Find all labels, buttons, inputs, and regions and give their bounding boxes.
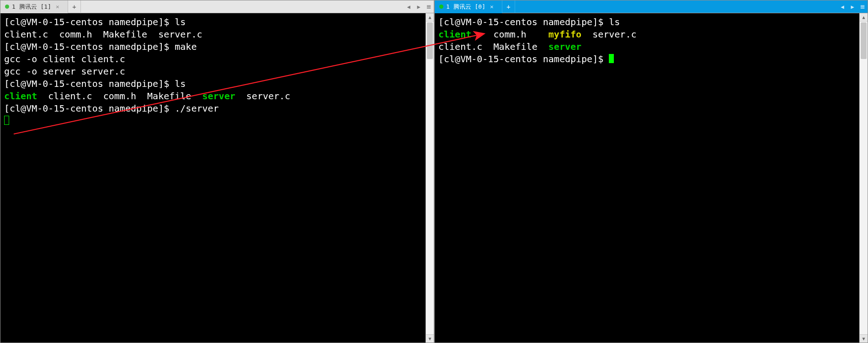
terminal-line: client.c comm.h Makefile server.c [4, 28, 422, 41]
terminal-line: [cl@VM-0-15-centos namedpipe]$ ls [438, 16, 856, 28]
terminal-text: client.c comm.h Makefile [37, 91, 202, 102]
terminal-text: gcc -o server server.c [4, 66, 125, 77]
terminal-pane-right: 1 腾讯云 [0] × + ◀ ▶ ≡ [cl@VM-0-15-centos n… [434, 0, 868, 343]
terminal-line: client.c Makefile server [438, 41, 856, 53]
tab-title: 1 腾讯云 [1] [12, 3, 51, 11]
terminal-text: server [548, 41, 581, 52]
terminal-text: client [438, 29, 471, 40]
add-tab-button[interactable]: + [68, 0, 81, 13]
terminal-pane-left: 1 腾讯云 [1] × + ◀ ▶ ≡ [cl@VM-0-15-centos n… [0, 0, 434, 343]
terminal-line: client comm.h myfifo server.c [438, 28, 856, 41]
terminal-text: server.c [235, 91, 290, 102]
terminal-text: [cl@VM-0-15-centos namedpipe]$ make [4, 41, 197, 52]
close-icon[interactable]: × [488, 3, 495, 10]
scroll-track[interactable] [860, 21, 868, 334]
cursor-block [609, 54, 614, 63]
tab-right[interactable]: 1 腾讯云 [0] × [435, 0, 502, 13]
terminal-line: [cl@VM-0-15-centos namedpipe]$ ls [4, 16, 422, 28]
terminal-line: [cl@VM-0-15-centos namedpipe]$ ls [4, 78, 422, 90]
scroll-thumb[interactable] [861, 22, 867, 59]
terminal-text: myfifo [548, 29, 581, 40]
terminal-line: [cl@VM-0-15-centos namedpipe]$ ./server [4, 102, 422, 115]
tabnav-right-icon[interactable]: ▶ [847, 0, 857, 13]
tabnav-left-icon[interactable]: ◀ [837, 0, 847, 13]
add-tab-button[interactable]: + [502, 0, 515, 13]
connection-dot-icon [439, 5, 443, 9]
scroll-down-icon[interactable]: ▼ [860, 334, 868, 343]
terminal-text: comm.h [471, 29, 548, 40]
scroll-track[interactable] [426, 21, 434, 334]
terminal-text: client.c Makefile [438, 41, 548, 52]
tabnav-left-icon[interactable]: ◀ [404, 0, 414, 13]
terminal-text: server [202, 91, 235, 102]
terminal-line: [cl@VM-0-15-centos namedpipe]$ [438, 53, 856, 65]
terminal-text: client.c comm.h Makefile server.c [4, 29, 202, 40]
close-icon[interactable]: × [54, 3, 61, 10]
terminal-text: [cl@VM-0-15-centos namedpipe]$ ./server [4, 103, 219, 114]
terminal-wrap-left: [cl@VM-0-15-centos namedpipe]$ lsclient.… [0, 13, 434, 343]
terminal-line: gcc -o client client.c [4, 53, 422, 65]
tabnav-right-icon[interactable]: ▶ [414, 0, 424, 13]
tab-title: 1 腾讯云 [0] [446, 3, 485, 11]
app: 1 腾讯云 [1] × + ◀ ▶ ≡ [cl@VM-0-15-centos n… [0, 0, 868, 343]
cursor-outline [4, 116, 9, 125]
scrollbar-right[interactable]: ▲ ▼ [859, 13, 868, 343]
terminal-text: server.c [581, 29, 636, 40]
scroll-thumb[interactable] [427, 22, 433, 59]
tabbar-left: 1 腾讯云 [1] × + ◀ ▶ ≡ [0, 0, 434, 13]
terminal-line: gcc -o server server.c [4, 65, 422, 78]
terminal-right[interactable]: [cl@VM-0-15-centos namedpipe]$ lsclient … [435, 13, 859, 343]
terminal-line: client client.c comm.h Makefile server s… [4, 90, 422, 102]
menu-icon[interactable]: ≡ [857, 0, 868, 13]
scrollbar-left[interactable]: ▲ ▼ [426, 13, 434, 343]
terminal-text: [cl@VM-0-15-centos namedpipe]$ ls [4, 78, 186, 89]
terminal-line: [cl@VM-0-15-centos namedpipe]$ make [4, 41, 422, 53]
tabbar-right: 1 腾讯云 [0] × + ◀ ▶ ≡ [435, 0, 868, 13]
terminal-wrap-right: [cl@VM-0-15-centos namedpipe]$ lsclient … [435, 13, 868, 343]
terminal-left[interactable]: [cl@VM-0-15-centos namedpipe]$ lsclient.… [0, 13, 426, 343]
tab-left[interactable]: 1 腾讯云 [1] × [0, 0, 68, 13]
terminal-text: [cl@VM-0-15-centos namedpipe]$ [438, 54, 609, 64]
terminal-text: gcc -o client client.c [4, 54, 125, 64]
scroll-up-icon[interactable]: ▲ [860, 13, 868, 21]
terminal-text: client [4, 91, 37, 102]
terminal-line [4, 115, 422, 127]
menu-icon[interactable]: ≡ [424, 0, 434, 13]
terminal-text: [cl@VM-0-15-centos namedpipe]$ ls [4, 16, 186, 27]
connection-dot-icon [5, 5, 9, 9]
scroll-up-icon[interactable]: ▲ [426, 13, 434, 21]
terminal-text: [cl@VM-0-15-centos namedpipe]$ ls [438, 16, 620, 27]
scroll-down-icon[interactable]: ▼ [426, 334, 434, 343]
